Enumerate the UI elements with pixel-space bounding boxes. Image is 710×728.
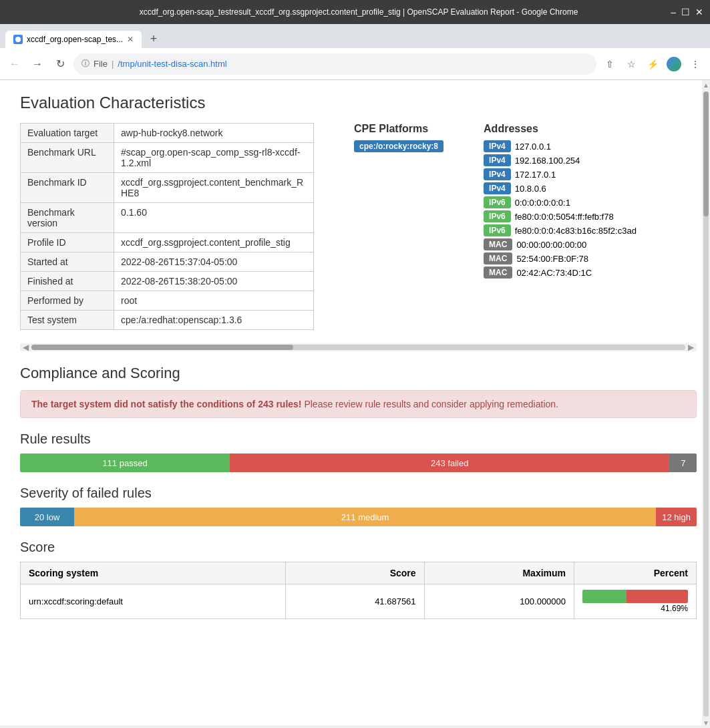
close-button[interactable]: ✕ (695, 7, 703, 17)
eval-label: Benchmark ID (21, 173, 114, 203)
address-bar: ← → ↻ ⓘ File | /tmp/unit-test-disa-scan.… (0, 48, 710, 80)
profile-button[interactable] (665, 55, 683, 73)
score-table: Scoring systemScoreMaximumPercent urn:xc… (20, 562, 697, 619)
eval-label: Test system (21, 311, 114, 330)
eval-row: Evaluation targetawp-hub-rocky8.network (21, 124, 314, 143)
compliance-alert: The target system did not satisfy the co… (20, 390, 697, 418)
url-actions: ⇧ ☆ ⚡ ⋮ (600, 55, 705, 73)
pbar-pass (582, 590, 627, 603)
addresses-title: Addresses (484, 123, 637, 135)
tab-label: xccdf_org.open-scap_tes... (27, 35, 123, 44)
severity-bar: 20 low 211 medium 12 high (20, 508, 697, 526)
back-button[interactable]: ← (5, 55, 24, 73)
score-table-body: urn:xccdf:scoring:default 41.687561 100.… (21, 584, 697, 619)
address-type-badge: IPv6 (484, 210, 511, 222)
tab-favicon (13, 35, 23, 44)
address-value: 00:00:00:00:00:00 (516, 240, 586, 250)
low-bar: 20 low (20, 508, 74, 526)
eval-value: #scap_org.open-scap_comp_ssg-rl8-xccdf-1… (114, 143, 314, 173)
forward-button[interactable]: → (28, 55, 47, 73)
menu-button[interactable]: ⋮ (686, 55, 705, 73)
eval-label: Started at (21, 252, 114, 272)
eval-label: Benchmark version (21, 203, 114, 233)
address-item: IPv6fe80:0:0:0:5054:ff:fefb:f78 (484, 210, 637, 222)
window-controls[interactable]: – ☐ ✕ (671, 7, 703, 17)
address-value: 0:0:0:0:0:0:0:1 (515, 198, 570, 208)
svg-point-0 (15, 37, 21, 42)
percent-value: 41.69% (661, 604, 688, 613)
eval-label: Profile ID (21, 233, 114, 252)
eval-label: Performed by (21, 291, 114, 311)
vertical-scrollbar[interactable]: ▲ ▼ (702, 80, 710, 728)
score-col-header: Maximum (424, 562, 574, 584)
high-bar: 12 high (656, 508, 697, 526)
eval-row: Finished at2022-08-26T15:38:20-05:00 (21, 272, 314, 291)
pass-bar: 111 passed (20, 453, 230, 472)
cpe-col: CPE Platforms cpe:/o:rocky:rocky:8 (354, 123, 443, 330)
maximize-button[interactable]: ☐ (681, 7, 690, 17)
score-table-header: Scoring systemScoreMaximumPercent (21, 562, 697, 584)
address-type-badge: IPv4 (484, 168, 511, 180)
address-value: 02:42:AC:73:4D:1C (516, 268, 592, 278)
horizontal-scrollbar[interactable]: ◀ ▶ (20, 343, 697, 351)
pbar-fail (627, 590, 688, 603)
page-content: Evaluation Characteristics Evaluation ta… (0, 80, 710, 725)
score-value: 41.687561 (286, 584, 424, 619)
eval-row: Started at2022-08-26T15:37:04-05:00 (21, 252, 314, 272)
address-value: 127.0.0.1 (515, 142, 551, 152)
address-type-badge: IPv4 (484, 140, 511, 152)
score-title: Score (20, 540, 697, 555)
fail-label: 243 failed (431, 458, 468, 468)
eval-value: 0.1.60 (114, 203, 314, 233)
bookmark-button[interactable]: ☆ (622, 55, 641, 73)
eval-row: Benchmark URL#scap_org.open-scap_comp_ss… (21, 143, 314, 173)
score-col-header: Percent (574, 562, 697, 584)
address-type-badge: IPv6 (484, 224, 511, 236)
fail-bar: 243 failed (230, 453, 669, 472)
address-item: MAC52:54:00:FB:0F:78 (484, 252, 637, 264)
rule-results-bar: 111 passed 243 failed 7 (20, 453, 697, 472)
eval-value: 2022-08-26T15:37:04-05:00 (114, 252, 314, 272)
severity-title: Severity of failed rules (20, 486, 697, 501)
address-type-badge: IPv4 (484, 154, 511, 166)
other-bar: 7 (669, 453, 697, 472)
minimize-button[interactable]: – (671, 7, 676, 17)
percent-bar (582, 590, 688, 603)
eval-value: xccdf_org.ssgproject.content_profile_sti… (114, 233, 314, 252)
new-tab-button[interactable]: + (144, 29, 163, 48)
score-col-header: Score (286, 562, 424, 584)
cpe-title: CPE Platforms (354, 123, 443, 135)
eval-row: Benchmark IDxccdf_org.ssgproject.content… (21, 173, 314, 203)
rule-results-title: Rule results (20, 431, 697, 447)
url-bar[interactable]: ⓘ File | /tmp/unit-test-disa-scan.html (73, 53, 596, 75)
url-separator: | (112, 59, 114, 69)
address-item: IPv410.8.0.6 (484, 182, 637, 194)
tab-bar: xccdf_org.open-scap_tes... ✕ + (0, 24, 710, 48)
score-percent: 41.69% (574, 584, 697, 619)
eval-label: Benchmark URL (21, 143, 114, 173)
address-item: IPv4172.17.0.1 (484, 168, 637, 180)
cpe-badge: cpe:/o:rocky:rocky:8 (354, 140, 443, 152)
extensions-button[interactable]: ⚡ (643, 55, 662, 73)
address-type-badge: MAC (484, 266, 512, 279)
address-value: fe80:0:0:0:5054:ff:fefb:f78 (515, 212, 614, 222)
share-button[interactable]: ⇧ (600, 55, 619, 73)
address-type-badge: IPv6 (484, 196, 511, 208)
active-tab[interactable]: xccdf_org.open-scap_tes... ✕ (5, 31, 142, 48)
reload-button[interactable]: ↻ (51, 55, 69, 73)
evaluation-characteristics-title: Evaluation Characteristics (20, 94, 697, 112)
addresses-list: IPv4127.0.0.1IPv4192.168.100.254IPv4172.… (484, 140, 637, 279)
high-label: 12 high (662, 512, 691, 522)
tab-close-button[interactable]: ✕ (127, 35, 134, 44)
addresses-col: Addresses IPv4127.0.0.1IPv4192.168.100.2… (484, 123, 637, 330)
low-label: 20 low (35, 512, 60, 522)
eval-row: Profile IDxccdf_org.ssgproject.content_p… (21, 233, 314, 252)
other-label: 7 (681, 458, 685, 468)
alert-rest: Please review rule results and consider … (304, 399, 558, 409)
address-value: 10.8.0.6 (515, 184, 546, 194)
url-file-label: File (94, 59, 108, 69)
eval-value: awp-hub-rocky8.network (114, 124, 314, 143)
compliance-scoring-title: Compliance and Scoring (20, 365, 697, 382)
eval-value: xccdf_org.ssgproject.content_benchmark_R… (114, 173, 314, 203)
browser-title: xccdf_org.open-scap_testresult_xccdf_org… (47, 7, 671, 17)
